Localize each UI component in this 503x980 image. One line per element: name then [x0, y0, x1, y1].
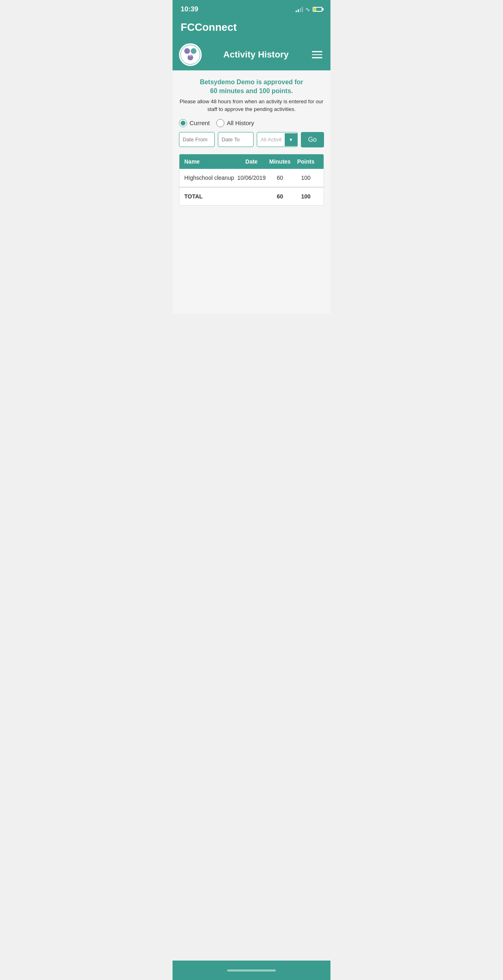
select-dropdown-arrow-icon: ▼: [285, 133, 297, 146]
table-header-points: Points: [293, 158, 319, 165]
signal-icon: [296, 6, 303, 12]
wifi-icon: ∿: [305, 6, 310, 13]
app-logo: fc: [179, 43, 202, 66]
controls-row: All Activities ▼ Go: [179, 132, 324, 147]
table-row: HIghschool cleanup 10/06/2019 60 100: [179, 169, 324, 187]
table-total-row: TOTAL 60 100: [179, 187, 324, 205]
total-minutes: 60: [267, 193, 293, 200]
svg-point-2: [191, 48, 196, 54]
approval-text-line1: Betsydemo Demo is approved for 60 minute…: [179, 78, 324, 96]
date-from-input[interactable]: [179, 132, 215, 147]
table-header-date: Date: [236, 158, 267, 165]
approval-text-line3: Please allow 48 hours from when an activ…: [179, 98, 324, 113]
activity-select[interactable]: All Activities: [257, 132, 284, 147]
table-cell-name-0: HIghschool cleanup: [184, 175, 236, 181]
radio-current-label[interactable]: Current: [179, 119, 210, 127]
svg-point-1: [184, 48, 190, 54]
hamburger-menu-button[interactable]: [310, 49, 324, 60]
date-to-input[interactable]: [218, 132, 254, 147]
main-content: Betsydemo Demo is approved for 60 minute…: [173, 70, 330, 313]
battery-icon: [313, 7, 322, 12]
table-header-row: Name Date Minutes Points: [179, 154, 324, 169]
radio-all-history[interactable]: [216, 119, 224, 127]
logo-svg: fc: [180, 45, 200, 65]
page-header: fc Activity History: [173, 39, 330, 70]
activity-select-wrapper[interactable]: All Activities ▼: [257, 132, 297, 147]
table-header-name: Name: [184, 158, 236, 165]
table-cell-points-0: 100: [293, 175, 319, 181]
radio-all-history-label[interactable]: All History: [216, 119, 254, 127]
app-title: FCConnect: [181, 21, 237, 33]
status-icons: ∿: [296, 6, 322, 13]
activity-table: Name Date Minutes Points HIghschool clea…: [179, 154, 324, 206]
table-cell-minutes-0: 60: [267, 175, 293, 181]
hamburger-line-2: [312, 54, 322, 55]
radio-current-text: Current: [190, 119, 210, 126]
hamburger-line-3: [312, 57, 322, 58]
table-cell-date-0: 10/06/2019: [236, 175, 267, 181]
table-header-minutes: Minutes: [267, 158, 293, 165]
total-points: 100: [293, 193, 319, 200]
radio-current[interactable]: [179, 119, 187, 127]
radio-all-history-text: All History: [227, 119, 254, 126]
svg-text:fc: fc: [189, 53, 192, 57]
total-label: TOTAL: [184, 193, 236, 200]
go-button[interactable]: Go: [301, 132, 324, 147]
status-bar: 10:39 ∿: [173, 0, 330, 18]
page-title: Activity History: [202, 49, 310, 60]
hamburger-line-1: [312, 51, 322, 52]
approval-notice: Betsydemo Demo is approved for 60 minute…: [179, 78, 324, 113]
app-title-bar: FCConnect: [173, 18, 330, 39]
status-time: 10:39: [181, 5, 198, 13]
radio-group: Current All History: [179, 119, 324, 127]
total-date: [236, 193, 267, 200]
